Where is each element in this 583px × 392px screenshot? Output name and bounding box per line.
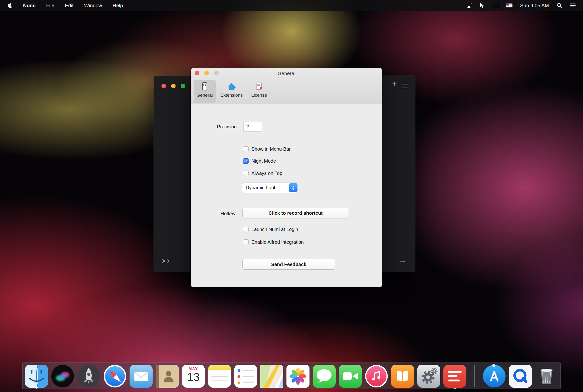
reminders-icon bbox=[234, 365, 257, 388]
tab-general[interactable]: General bbox=[194, 80, 216, 103]
tab-extensions[interactable]: Extensions bbox=[217, 80, 246, 103]
close-button[interactable] bbox=[162, 84, 166, 88]
dock-item-trash[interactable] bbox=[535, 365, 558, 388]
tab-label: License bbox=[251, 92, 267, 98]
checkbox-night-mode[interactable] bbox=[243, 158, 248, 164]
dock-item-itunes[interactable] bbox=[365, 365, 388, 388]
minimize-button[interactable] bbox=[204, 71, 209, 75]
safari-icon bbox=[104, 365, 126, 388]
dock-item-facetime[interactable] bbox=[339, 365, 362, 388]
checkbox-show-in-menu-bar[interactable] bbox=[243, 146, 248, 152]
photos-icon bbox=[286, 365, 310, 388]
zoom-button-disabled bbox=[214, 71, 218, 75]
close-button[interactable] bbox=[195, 71, 199, 75]
popup-stepper-icon bbox=[289, 183, 298, 192]
dock-item-safari[interactable] bbox=[104, 365, 126, 388]
notes-icon bbox=[208, 365, 231, 388]
checkbox-always-on-top[interactable] bbox=[243, 170, 248, 176]
toggle-icon[interactable] bbox=[162, 259, 169, 264]
checkbox-label: Launch Numi at Login bbox=[252, 227, 298, 232]
dock-item-calendar[interactable]: MAY 13 bbox=[182, 365, 205, 388]
option-alfred-integration[interactable]: Enable Alfred integration bbox=[243, 240, 304, 245]
quicktime-icon bbox=[509, 365, 532, 388]
zoom-button[interactable] bbox=[181, 84, 185, 88]
notification-center-icon[interactable] bbox=[570, 3, 576, 8]
facetime-icon bbox=[339, 365, 362, 388]
record-shortcut-button[interactable]: Click to record shortcut bbox=[242, 208, 349, 218]
siri-icon bbox=[51, 365, 74, 388]
precision-input[interactable] bbox=[244, 122, 262, 132]
license-document-icon bbox=[254, 82, 264, 91]
checkbox-label: Always on Top bbox=[252, 170, 282, 176]
menu-help[interactable]: Help bbox=[112, 3, 123, 8]
numi-app-icon bbox=[443, 365, 466, 388]
dock-item-maps[interactable] bbox=[260, 365, 283, 388]
calendar-day: 13 bbox=[182, 371, 205, 383]
calendar-icon: MAY 13 bbox=[182, 365, 205, 388]
mail-icon bbox=[130, 365, 152, 388]
dock-item-numi[interactable] bbox=[443, 365, 466, 388]
dock-indicator-dot bbox=[492, 364, 496, 367]
menu-file[interactable]: File bbox=[46, 3, 54, 8]
apple-menu-icon[interactable] bbox=[7, 2, 12, 9]
option-always-on-top[interactable]: Always on Top bbox=[243, 170, 282, 176]
send-feedback-button[interactable]: Send Feedback bbox=[242, 259, 335, 270]
option-show-in-menu-bar[interactable]: Show in Menu Bar bbox=[243, 146, 290, 152]
books-icon bbox=[391, 365, 414, 388]
menu-edit[interactable]: Edit bbox=[65, 3, 74, 8]
font-select-value: Dynamic Font bbox=[242, 185, 275, 190]
dock-item-photos[interactable] bbox=[286, 365, 310, 388]
menu-bar: Numi File Edit Window Help Sun 9:05 AM bbox=[0, 0, 583, 11]
checkbox-label: Show in Menu Bar bbox=[252, 146, 290, 152]
dock-item-siri[interactable] bbox=[51, 365, 74, 388]
dock-item-finder[interactable] bbox=[25, 365, 48, 388]
trash-icon bbox=[535, 365, 558, 388]
general-switch-icon bbox=[200, 82, 210, 91]
preferences-window: General General Extensions Licen bbox=[191, 68, 382, 287]
tab-license[interactable]: License bbox=[248, 80, 270, 103]
dock-item-mail[interactable] bbox=[130, 365, 152, 388]
dock-item-reminders[interactable] bbox=[234, 365, 257, 388]
pointer-icon[interactable] bbox=[480, 3, 484, 8]
menubar-clock[interactable]: Sun 9:05 AM bbox=[520, 3, 549, 8]
option-night-mode[interactable]: Night Mode bbox=[243, 158, 276, 164]
dock-item-app-store[interactable] bbox=[483, 365, 506, 388]
hotkey-label: Hotkey: bbox=[198, 211, 237, 216]
checkbox-label: Night Mode bbox=[252, 158, 276, 164]
dock-item-quicktime[interactable] bbox=[509, 365, 532, 388]
new-tab-icon[interactable]: + bbox=[389, 79, 400, 89]
finder-icon bbox=[25, 365, 48, 388]
checkbox-alfred-integration[interactable] bbox=[243, 240, 248, 245]
menu-window[interactable]: Window bbox=[84, 3, 102, 8]
dock-item-books[interactable] bbox=[391, 365, 414, 388]
option-launch-at-login[interactable]: Launch Numi at Login bbox=[243, 227, 298, 232]
dock-item-notes[interactable] bbox=[208, 365, 231, 388]
menubar-app-name[interactable]: Numi bbox=[23, 3, 36, 8]
contacts-icon bbox=[156, 365, 179, 388]
desktop-wallpaper: Numi File Edit Window Help Sun 9:05 AM bbox=[0, 0, 583, 392]
puzzle-piece-icon bbox=[227, 82, 236, 91]
app-store-icon bbox=[483, 365, 506, 388]
dock-item-system-preferences[interactable] bbox=[417, 365, 440, 388]
dock-item-contacts[interactable] bbox=[156, 365, 179, 388]
dock-item-launchpad[interactable] bbox=[77, 365, 100, 388]
dock-item-messages[interactable] bbox=[312, 365, 336, 388]
hamburger-menu-icon[interactable] bbox=[402, 84, 408, 90]
tab-label: General bbox=[196, 92, 213, 98]
launchpad-rocket-icon bbox=[77, 365, 100, 388]
spotlight-search-icon[interactable] bbox=[556, 3, 562, 8]
minimize-button[interactable] bbox=[171, 84, 176, 88]
itunes-icon bbox=[365, 365, 388, 388]
window-title: General bbox=[191, 68, 382, 79]
display-mirroring-icon[interactable] bbox=[466, 3, 472, 8]
arrow-right-icon[interactable]: → bbox=[399, 256, 406, 265]
precision-label: Precision: bbox=[198, 124, 238, 130]
font-select[interactable]: Dynamic Font bbox=[242, 182, 298, 193]
dock: MAY 13 bbox=[22, 362, 561, 389]
checkbox-label: Enable Alfred integration bbox=[252, 240, 304, 245]
display-icon[interactable] bbox=[492, 3, 498, 8]
input-source-flag-icon[interactable] bbox=[506, 3, 512, 8]
messages-icon bbox=[312, 365, 336, 388]
checkbox-launch-at-login[interactable] bbox=[243, 227, 248, 232]
system-preferences-gear-icon bbox=[417, 365, 440, 388]
